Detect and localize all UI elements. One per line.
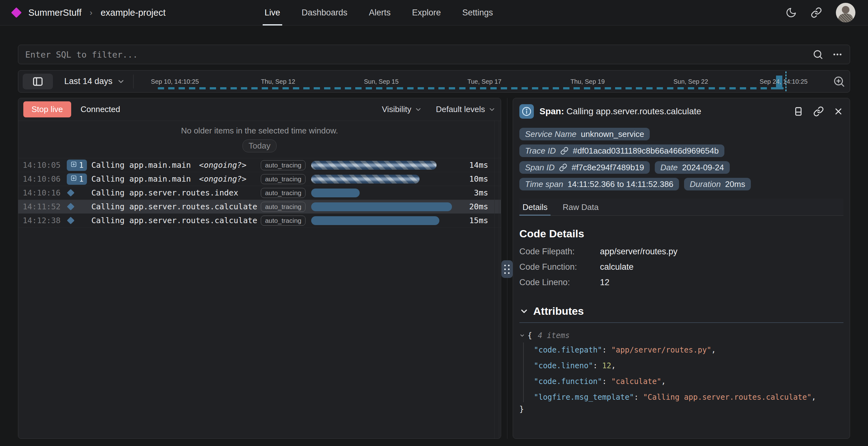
link-icon[interactable] [559,163,567,171]
detail-tab-details[interactable]: Details [522,199,548,215]
kv-value: app/server/routes.py [600,247,678,257]
zoom-in-icon[interactable] [833,75,845,88]
top-nav: SummerStuff › example-project LiveDashbo… [0,0,868,26]
row-timestamp: 14:11:52 [23,202,64,211]
row-duration-bar-track [311,175,454,184]
dock-panel-icon[interactable] [793,106,804,117]
row-duration-bar [311,216,439,225]
badge-value: 14:11:52.366 to 14:11:52.386 [567,180,673,189]
row-tag-pill[interactable]: auto_tracing [261,202,306,212]
empty-notice-block: No older items in the selected time wind… [18,121,501,158]
default-levels-label: Default levels [436,104,485,114]
badge-value: 2024-09-24 [682,163,724,172]
sidebar-toggle-icon[interactable] [23,74,53,89]
theme-toggle-moon-icon[interactable] [785,7,797,18]
row-tag-pill[interactable]: auto_tracing [261,216,306,226]
row-message: Calling app.server.routes.index [91,188,261,197]
trace-row[interactable]: 14:10:16Calling app.server.routes.indexa… [18,186,501,200]
row-timestamp: 14:10:16 [23,188,64,197]
badge-label: Duration [690,180,721,189]
splitter-grip-handle[interactable] [501,260,513,278]
expand-count-badge[interactable]: 1 [67,173,87,185]
expand-count-badge[interactable]: 1 [67,160,87,171]
square-plus-icon [70,161,77,170]
timeline-track[interactable]: Sep 10, 14:10:25Thu, Sep 12Sun, Sep 15Tu… [141,70,828,93]
breadcrumb-chevron-icon: › [90,8,93,18]
timeline-tick-label: Sep 24, 14:10:25 [760,78,808,85]
meta-badge-trace-id[interactable]: Trace ID#df01acad0311189c8b66a466d969654… [519,145,724,157]
timeline-tick-label: Sep 10, 14:10:25 [151,78,199,85]
row-tag-pill[interactable]: auto_tracing [261,160,306,170]
stop-live-button[interactable]: Stop live [23,101,71,118]
brand-name[interactable]: SummerStuff [28,7,82,18]
json-entry: "code.lineno": 12, [534,361,843,370]
span-detail-header: Span: Calling app.server.routes.calculat… [519,99,843,123]
json-entry: "code.function": "calculate", [534,377,843,386]
nav-tab-alerts[interactable]: Alerts [369,0,391,26]
kv-label: Code Function: [519,262,600,272]
row-timestamp: 14:12:38 [23,216,64,225]
nav-tab-dashboards[interactable]: Dashboards [302,0,348,26]
vertical-scrollbar[interactable] [494,121,499,439]
time-range-dropdown[interactable]: Last 14 days [64,76,125,86]
search-icon[interactable] [812,49,823,60]
trace-row[interactable]: 14:10:051Calling app.main.main<ongoing?>… [18,158,501,172]
row-duration-bar [311,189,360,197]
row-tag-pill[interactable]: auto_tracing [261,188,306,198]
visibility-dropdown[interactable]: Visibility [382,104,422,114]
code-details-heading: Code Details [519,228,843,240]
close-icon[interactable] [833,106,843,117]
row-duration-bar-track [311,161,454,170]
nav-tab-settings[interactable]: Settings [462,0,493,26]
sql-filter-input[interactable] [25,50,812,60]
json-open-brace: { [528,331,532,340]
attributes-toggle[interactable]: Attributes [519,305,843,317]
kv-label: Code Filepath: [519,247,600,257]
kv-value: 12 [600,278,610,287]
trace-row[interactable]: 14:10:061Calling app.main.main<ongoing?>… [18,172,501,186]
row-tag-pill[interactable]: auto_tracing [261,174,306,184]
meta-badge-span-id[interactable]: Span ID#f7c8e294f7489b19 [519,161,650,174]
nav-tabs: LiveDashboardsAlertsExploreSettings [265,0,493,26]
nav-right [785,3,856,22]
kv-value: calculate [600,262,634,272]
project-name[interactable]: example-project [100,7,165,18]
detail-tab-raw-data[interactable]: Raw Data [562,199,599,215]
badge-label: Service Name [525,129,576,139]
row-timestamp: 14:10:05 [23,161,64,170]
attributes-heading: Attributes [533,305,584,317]
nav-tab-explore[interactable]: Explore [412,0,441,26]
span-diamond-icon [67,189,74,196]
avatar-head [842,6,849,13]
copy-link-icon[interactable] [813,106,824,117]
badge-value: #df01acad0311189c8b66a466d969654b [573,146,719,156]
badge-value: unknown_service [581,129,644,139]
badge-label: Date [660,163,678,172]
today-button[interactable]: Today [243,139,276,152]
row-ongoing-suffix: <ongoing?> [199,174,247,184]
span-title: Span: Calling app.server.routes.calculat… [539,106,702,117]
nav-tab-live[interactable]: Live [265,0,280,26]
share-link-icon[interactable] [811,7,822,18]
trace-row[interactable]: 14:12:38Calling app.server.routes.calcul… [18,214,501,228]
more-options-ellipsis-icon[interactable] [832,49,843,60]
breadcrumb: SummerStuff › example-project [12,7,166,18]
chevron-down-icon [488,106,496,113]
timeline-tick-label: Thu, Sep 12 [261,78,295,85]
user-avatar[interactable] [836,3,856,22]
json-collapse-icon[interactable] [519,333,525,338]
code-detail-row: Code Function:calculate [519,262,843,272]
badge-value: 20ms [725,180,745,189]
trace-row[interactable]: 14:11:52Calling app.server.routes.calcul… [18,200,501,214]
row-duration-label: 14ms [462,161,488,170]
row-duration-bar-track [311,216,454,225]
attributes-json-viewer: { 4 items "code.filepath": "app/server/r… [519,331,843,414]
row-ongoing-suffix: <ongoing?> [199,161,247,170]
row-duration-label: 20ms [462,202,488,211]
json-item-count: 4 items [538,331,569,340]
link-icon[interactable] [560,147,568,155]
row-message: Calling app.main.main<ongoing?> [91,161,261,170]
time-range-label: Last 14 days [64,76,113,86]
default-levels-dropdown[interactable]: Default levels [436,104,496,114]
badge-value: #f7c8e294f7489b19 [571,163,644,172]
